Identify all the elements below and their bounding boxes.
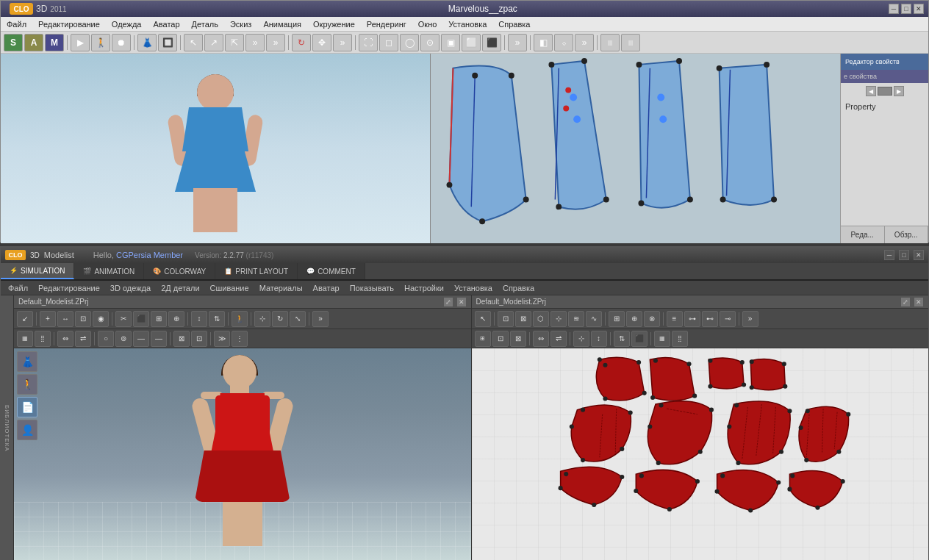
- left-pane-close[interactable]: ✕: [456, 297, 467, 307]
- ltb-flip[interactable]: ⇅: [209, 311, 225, 327]
- tab-colorway[interactable]: 🎨 COLORWAY: [144, 263, 215, 279]
- ltb2-pin2[interactable]: ⊚: [115, 331, 132, 347]
- tab-animation[interactable]: 🎬 ANIMATION: [74, 263, 144, 279]
- ltb-sym[interactable]: ↕: [191, 311, 207, 327]
- rtb2-dot[interactable]: ⣿: [672, 331, 688, 347]
- menu-file[interactable]: Файл: [4, 20, 29, 29]
- left-pane-expand[interactable]: ⤢: [443, 297, 453, 307]
- rtb2-tool7[interactable]: ⬛: [631, 331, 648, 347]
- ltb-scale[interactable]: ⤡: [290, 311, 306, 327]
- property-tab-editor[interactable]: Реда...: [841, 226, 885, 243]
- rtb-tool9[interactable]: ⊗: [644, 311, 660, 327]
- rtb2-grid[interactable]: ▦: [654, 331, 670, 347]
- bmenu-setup[interactable]: Установка: [451, 284, 495, 292]
- rtb2-tool5[interactable]: ↕: [591, 331, 607, 347]
- toolbar-clothes[interactable]: 👗: [137, 34, 157, 51]
- toolbar-view5[interactable]: ▣: [441, 34, 460, 51]
- 3d-view[interactable]: 👗 🚶 📄 👤: [14, 348, 471, 560]
- toolbar-play[interactable]: ▶: [71, 34, 90, 51]
- ltb2-sym1[interactable]: ⇔: [57, 331, 73, 347]
- bottom-maximize[interactable]: □: [899, 250, 909, 260]
- toolbar-extra4[interactable]: »: [575, 34, 594, 51]
- toolbar-view1[interactable]: ⛶: [359, 34, 378, 51]
- bmenu-2ddetails[interactable]: 2Д детали: [158, 284, 202, 292]
- rtb2-tool2[interactable]: ⊡: [492, 331, 509, 347]
- tab-simulation[interactable]: ⚡ SIMULATION: [1, 263, 74, 279]
- rtb-tool4[interactable]: ⊹: [550, 311, 567, 327]
- toolbar-extra2[interactable]: ◧: [534, 34, 553, 51]
- minimize-button[interactable]: ─: [889, 4, 899, 14]
- rtb-tool8[interactable]: ⊕: [626, 311, 642, 327]
- menu-edit[interactable]: Редактирование: [35, 20, 103, 29]
- ltb2-tool3[interactable]: ≫: [214, 331, 230, 347]
- ltb2-pin4[interactable]: —: [151, 331, 167, 347]
- ltb-tool2[interactable]: ⬛: [133, 311, 149, 327]
- ltb2-grid[interactable]: ▦: [17, 331, 33, 347]
- toolbar-extra1[interactable]: »: [508, 34, 527, 51]
- ltb-rot[interactable]: ↻: [272, 311, 288, 327]
- right-pane-close[interactable]: ✕: [914, 297, 924, 307]
- bottom-minimize[interactable]: ─: [884, 250, 894, 260]
- close-button[interactable]: ✕: [914, 4, 924, 14]
- rtb-tool3[interactable]: ⬡: [533, 311, 549, 327]
- ltb2-tool2[interactable]: ⊡: [191, 331, 207, 347]
- bmenu-avatar[interactable]: Аватар: [310, 284, 342, 292]
- toolbar-view3[interactable]: ◯: [400, 34, 419, 51]
- toolbar-record[interactable]: ⏺: [112, 34, 131, 51]
- ltb-move[interactable]: ↔: [57, 311, 73, 327]
- rtb-tool1[interactable]: ⊡: [498, 311, 514, 327]
- menu-clothes[interactable]: Одежда: [109, 20, 145, 29]
- menu-help[interactable]: Справка: [495, 20, 533, 29]
- rtb2-sym1[interactable]: ⇔: [533, 331, 549, 347]
- bmenu-materials[interactable]: Материалы: [257, 284, 306, 292]
- rtb2-tool1[interactable]: ⊞: [475, 331, 491, 347]
- rtb2-tool3[interactable]: ⊠: [510, 331, 526, 347]
- toolbar-expand2[interactable]: »: [266, 34, 285, 51]
- ltb2-pin1[interactable]: ○: [98, 331, 114, 347]
- toolbar-view7[interactable]: ⬛: [482, 34, 501, 51]
- menu-sketch[interactable]: Эскиз: [227, 20, 254, 29]
- rtb-tool12[interactable]: ⊷: [702, 311, 718, 327]
- ltb2-sym2[interactable]: ⇌: [75, 331, 91, 347]
- toolbar-3d[interactable]: 🔲: [158, 34, 177, 51]
- ltb2-dot[interactable]: ⣿: [35, 331, 51, 347]
- toolbar-select3[interactable]: ⇱: [225, 34, 244, 51]
- toolbar-view4[interactable]: ⊙: [420, 34, 440, 51]
- toolbar-nav1[interactable]: |||: [600, 34, 620, 51]
- ltb-select[interactable]: ⊡: [75, 311, 91, 327]
- menu-avatar[interactable]: Аватар: [150, 20, 182, 29]
- toolbar-m-button[interactable]: M: [45, 34, 64, 51]
- rtb2-tool4[interactable]: ⊹: [573, 331, 589, 347]
- menu-render[interactable]: Рендеринг: [364, 20, 409, 29]
- bottom-close[interactable]: ✕: [914, 250, 924, 260]
- bmenu-3dclothes[interactable]: 3D одежда: [107, 284, 154, 292]
- side-layer-icon[interactable]: 📄: [17, 397, 37, 417]
- menu-environment[interactable]: Окружение: [310, 20, 358, 29]
- property-tab-browser[interactable]: Обзр...: [885, 226, 929, 243]
- ltb-add[interactable]: +: [40, 311, 56, 327]
- toolbar-select2[interactable]: ↗: [204, 34, 223, 51]
- ltb-human[interactable]: 🚶: [232, 311, 248, 327]
- right-pane-expand[interactable]: ⤢: [900, 297, 911, 307]
- scroll-right-arrow[interactable]: ▶: [894, 86, 904, 96]
- toolbar-select[interactable]: ↖: [184, 34, 203, 51]
- ltb-extra[interactable]: »: [312, 311, 329, 327]
- menu-window[interactable]: Окно: [415, 20, 440, 29]
- tab-comment[interactable]: 💬 COMMENT: [298, 263, 365, 279]
- rtb-tool5[interactable]: ≋: [568, 311, 584, 327]
- rtb-tool2[interactable]: ⊠: [515, 311, 531, 327]
- ltb2-tool1[interactable]: ⊠: [173, 331, 190, 347]
- bmenu-file[interactable]: Файл: [5, 284, 31, 292]
- bmenu-edit[interactable]: Редактирование: [35, 284, 103, 292]
- side-avatar-icon[interactable]: 👤: [17, 420, 37, 440]
- toolbar-extra3[interactable]: ⬦: [554, 34, 573, 51]
- side-person-icon[interactable]: 🚶: [17, 374, 37, 395]
- scroll-left-arrow[interactable]: ◀: [866, 86, 876, 96]
- rtb2-sym2[interactable]: ⇌: [550, 331, 567, 347]
- rtb2-tool6[interactable]: ⇅: [614, 331, 630, 347]
- rtb-tool13[interactable]: ⊸: [720, 311, 736, 327]
- toolbar-s-button[interactable]: S: [4, 34, 23, 51]
- side-clothes-icon[interactable]: 👗: [17, 351, 37, 372]
- rtb-tool11[interactable]: ⊶: [684, 311, 700, 327]
- rtb-tool10[interactable]: ≡: [667, 311, 683, 327]
